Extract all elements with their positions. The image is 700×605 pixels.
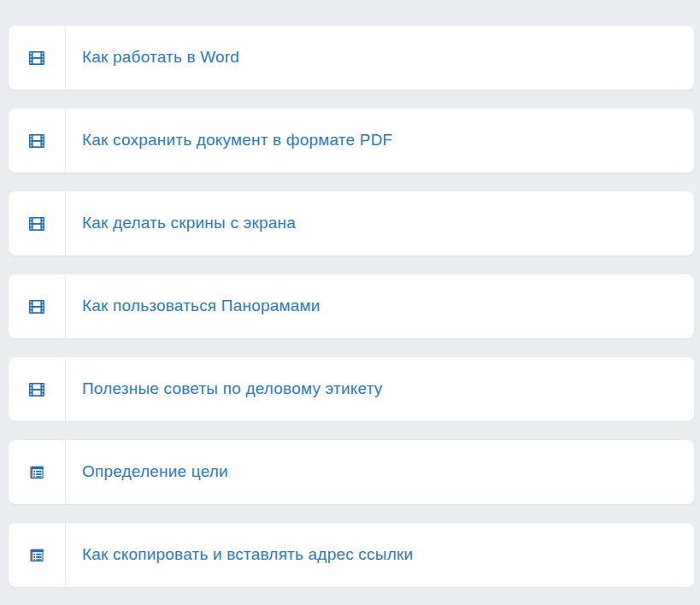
list-item[interactable]: Полезные советы по деловому этикету: [9, 357, 694, 421]
journal-icon: [30, 549, 44, 562]
list-item[interactable]: Как сохранить документ в формате PDF: [9, 109, 694, 173]
item-icon-cell: [9, 357, 66, 421]
list-item[interactable]: Определение цели: [9, 440, 694, 504]
film-icon: [29, 217, 44, 231]
journal-icon: [30, 466, 44, 479]
item-title: Определение цели: [66, 440, 694, 504]
film-icon: [29, 134, 44, 148]
item-icon-cell: [9, 523, 66, 587]
list-item[interactable]: Как делать скрины с экрана: [9, 191, 694, 256]
list-item[interactable]: Как пользоваться Панорамами: [9, 274, 694, 338]
item-title: Как скопировать и вставлять адрес ссылки: [66, 523, 694, 587]
film-icon: [29, 383, 44, 396]
film-icon: [29, 300, 44, 314]
item-icon-cell: [9, 26, 66, 90]
list-item[interactable]: Как работать в Word: [9, 26, 694, 90]
item-title: Полезные советы по деловому этикету: [66, 357, 694, 421]
item-icon-cell: [9, 109, 66, 173]
item-title: Как делать скрины с экрана: [66, 191, 694, 256]
item-title: Как сохранить документ в формате PDF: [66, 109, 694, 173]
list-item[interactable]: Как скопировать и вставлять адрес ссылки: [9, 523, 694, 587]
film-icon: [29, 51, 44, 65]
item-icon-cell: [9, 191, 66, 256]
item-icon-cell: [9, 440, 66, 504]
item-icon-cell: [9, 274, 66, 338]
lesson-list: Как работать в Word Как: [0, 0, 700, 587]
item-title: Как работать в Word: [66, 26, 694, 90]
item-title: Как пользоваться Панорамами: [66, 274, 694, 338]
